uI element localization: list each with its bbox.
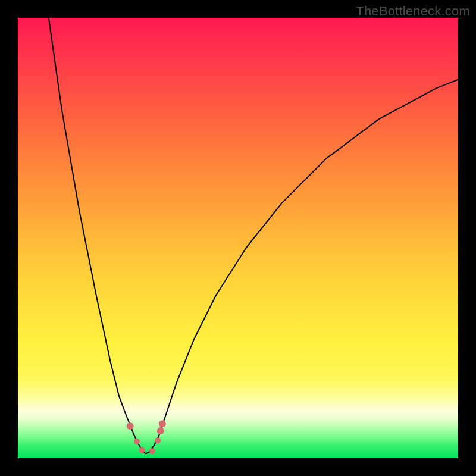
curve-marker (157, 427, 164, 434)
curve-marker (139, 447, 145, 453)
bottleneck-curve (18, 18, 458, 458)
curve-marker (159, 420, 166, 427)
chart-plot-area (18, 18, 458, 458)
watermark-text: TheBottleneck.com (356, 4, 470, 19)
curve-marker (155, 437, 161, 443)
curve-markers-group (127, 420, 166, 454)
curve-left-branch (49, 18, 146, 454)
curve-marker (127, 422, 134, 430)
curve-marker (149, 448, 155, 454)
curve-right-branch (146, 80, 458, 454)
curve-marker (134, 439, 140, 444)
